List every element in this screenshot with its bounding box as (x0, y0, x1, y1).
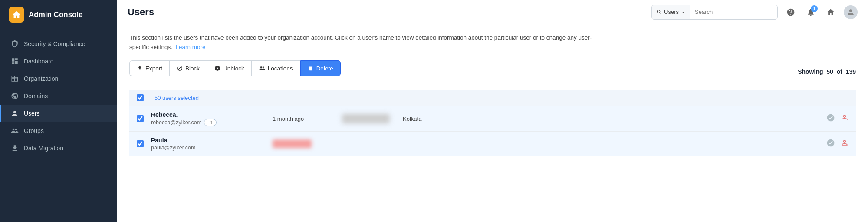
group-icon (11, 127, 19, 135)
user-location: Kolkata (403, 116, 455, 122)
home-icon (12, 10, 21, 20)
topbar: Users Users (117, 0, 868, 24)
sidebar: Admin Console Security & Compliance Dash… (0, 0, 117, 222)
notifications-button[interactable]: 1 (804, 5, 818, 19)
user-tag: +1 (204, 119, 217, 126)
description-text: This section lists the users that have b… (129, 33, 607, 52)
select-all-col[interactable] (129, 94, 151, 101)
export-icon (137, 65, 143, 71)
help-icon (786, 8, 795, 17)
app-name: Admin Console (29, 10, 83, 19)
delete-button[interactable]: Delete (300, 60, 341, 76)
action-toolbar: Export Block Unblock (129, 60, 341, 76)
verified-icon (826, 113, 835, 124)
sidebar-item-domains[interactable]: Domains (0, 87, 117, 105)
topbar-right: Users 1 (651, 5, 858, 20)
search-filter-dropdown[interactable]: Users (652, 5, 690, 19)
sidebar-item-dashboard-label: Dashboard (24, 58, 54, 65)
showing-count: Showing 50 of 139 (798, 68, 856, 75)
unblock-icon (214, 65, 220, 71)
sidebar-item-domains-label: Domains (24, 93, 48, 99)
table-row: Rebecca. rebecca@zylker.com +1 1 month a… (129, 106, 856, 132)
table-selection-header: 50 users selected (129, 90, 856, 106)
user-block-status-icon (840, 139, 849, 149)
sidebar-item-dashboard[interactable]: Dashboard (0, 53, 117, 70)
chevron-down-icon (681, 10, 686, 15)
main-content: Users Users (117, 0, 868, 222)
user-actions (826, 113, 856, 124)
user-last-active: 1 month ago (273, 116, 342, 122)
sidebar-item-security[interactable]: Security & Compliance (0, 35, 117, 53)
sidebar-item-security-label: Security & Compliance (24, 40, 85, 47)
sidebar-item-groups[interactable]: Groups (0, 122, 117, 139)
download-icon (11, 144, 19, 152)
verified-icon (826, 139, 835, 149)
dashboard-icon (11, 57, 19, 65)
status-blur-pink (273, 139, 312, 148)
search-container: Users (651, 5, 778, 20)
sidebar-item-data-migration[interactable]: Data Migration (0, 139, 117, 157)
locations-button[interactable]: Locations (252, 60, 300, 76)
delete-icon (308, 65, 314, 71)
page-title: Users (128, 7, 154, 18)
sidebar-item-users-label: Users (24, 110, 40, 117)
user-status-col (342, 114, 403, 123)
help-button[interactable] (784, 5, 798, 19)
notification-badge: 1 (811, 5, 818, 12)
user-name[interactable]: Rebecca. (151, 111, 273, 118)
user-info-paula: Paula paula@zylker.com (151, 137, 273, 151)
user-checkbox-paula[interactable] (137, 140, 144, 147)
sidebar-item-organization[interactable]: Organization (0, 70, 117, 87)
block-icon (177, 65, 183, 71)
globe-icon (11, 92, 19, 100)
sidebar-item-organization-label: Organization (24, 75, 58, 82)
sidebar-item-groups-label: Groups (24, 127, 44, 134)
user-actions (826, 139, 856, 149)
org-icon (11, 75, 19, 83)
learn-more-link[interactable]: Learn more (176, 44, 206, 50)
content-area: This section lists the users that have b… (117, 24, 868, 222)
select-all-checkbox[interactable] (137, 94, 144, 101)
locations-icon (259, 65, 265, 71)
user-name[interactable]: Paula (151, 137, 273, 144)
home-nav-button[interactable] (824, 5, 838, 19)
shield-icon (11, 40, 19, 48)
user-email: rebecca@zylker.com +1 (151, 119, 273, 126)
users-table: 50 users selected Rebecca. rebecca@zylke… (129, 90, 856, 156)
user-email: paula@zylker.com (151, 145, 273, 151)
status-blur (342, 114, 390, 123)
sidebar-item-users[interactable]: Users (0, 105, 117, 122)
export-button[interactable]: Export (129, 60, 169, 76)
search-input[interactable] (690, 5, 777, 19)
selected-count-label: 50 users selected (155, 95, 199, 101)
block-button[interactable]: Block (169, 60, 207, 76)
user-checkbox-rebecca[interactable] (137, 115, 144, 122)
user-info-rebecca: Rebecca. rebecca@zylker.com +1 (151, 111, 273, 126)
search-filter-label: Users (664, 9, 679, 15)
table-row: Paula paula@zylker.com (129, 132, 856, 156)
avatar[interactable] (844, 5, 858, 19)
home-nav-icon (826, 8, 835, 17)
user-last-active (273, 139, 342, 148)
unblock-button[interactable]: Unblock (207, 60, 251, 76)
user-block-status-icon (840, 113, 849, 124)
sidebar-nav: Security & Compliance Dashboard Organiza… (0, 30, 117, 222)
sidebar-item-data-migration-label: Data Migration (24, 145, 63, 152)
app-logo[interactable] (9, 7, 24, 23)
search-icon (656, 9, 662, 15)
user-avatar-icon (846, 8, 855, 17)
sidebar-header: Admin Console (0, 0, 117, 30)
topbar-left: Users (128, 7, 154, 18)
user-icon (11, 109, 19, 117)
